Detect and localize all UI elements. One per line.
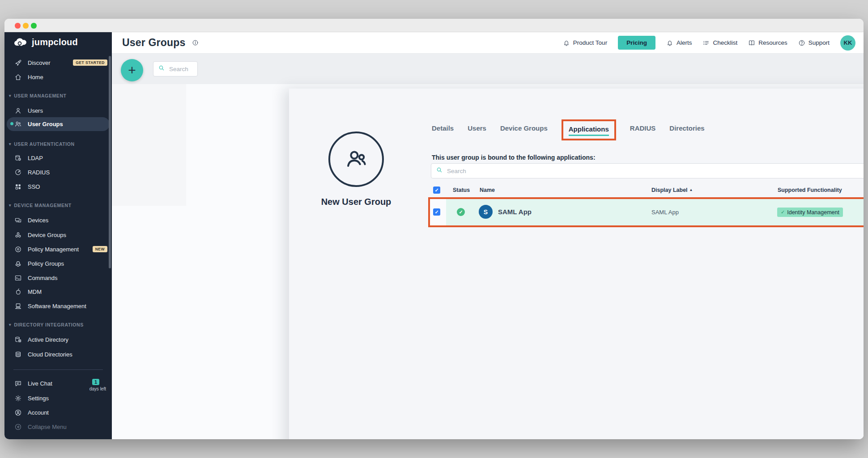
chevron-down-icon: ▾ [9,142,11,146]
trial-days-count: 1 [92,379,99,385]
user-groups-page: + Search ✕ New User Group [112,54,864,439]
badge-label: Identity Management [787,209,839,216]
sidebar-item-label: Active Directory [28,336,68,343]
column-header-name[interactable]: Name [480,187,495,193]
sidebar-item-policy-groups[interactable]: Policy Groups [14,258,107,269]
tab-details[interactable]: Details [432,124,454,135]
sidebar-item-cloud-directories[interactable]: Cloud Directories [14,348,107,360]
rocket-icon [14,59,22,67]
sidebar-scrollbar[interactable] [109,56,111,268]
info-icon[interactable] [192,39,199,46]
support-button[interactable]: Support [798,39,830,47]
sidebar-item-label: Account [28,409,49,416]
sidebar-item-settings[interactable]: Settings [14,392,107,404]
tab-directories[interactable]: Directories [669,124,704,135]
logo-text: jumpcloud [32,37,78,47]
sidebar-item-commands[interactable]: Commands [14,272,107,284]
sso-grid-icon [14,183,22,191]
column-header-display-label[interactable]: Display Label▲ [651,187,693,193]
sidebar-item-user-groups[interactable]: User Groups [14,118,107,130]
tab-radius[interactable]: RADIUS [630,124,656,135]
user-group-avatar [328,131,384,187]
group-list-search[interactable]: Search [153,61,198,76]
checklist-label: Checklist [713,39,737,46]
sidebar-item-label: SSO [28,183,40,190]
sidebar-divider [13,369,103,370]
chevron-down-icon: ▾ [9,203,11,208]
get-started-badge: GET STARTED [73,59,107,66]
sidebar-item-ldap[interactable]: LDAP [14,152,107,164]
tab-users[interactable]: Users [468,124,486,135]
sidebar-item-label: Policy Groups [28,260,64,267]
sidebar-item-label: Settings [28,395,49,402]
sidebar-item-sso[interactable]: SSO [14,181,107,192]
sidebar-section-user-authentication[interactable]: ▾ USER AUTHENTICATION [9,139,107,149]
sidebar-item-account[interactable]: Account [14,407,107,418]
sidebar-section-user-management[interactable]: ▾ USER MANAGEMENT [9,91,107,101]
software-laptop-icon [14,302,22,310]
user-avatar[interactable]: KK [840,35,855,51]
group-details-panel: ✕ New User Group Details Users Device Gr… [289,89,864,439]
sidebar-item-discover[interactable]: Discover GET STARTED [14,57,107,68]
sidebar-section-device-management[interactable]: ▾ DEVICE MANAGEMENT [9,200,107,210]
cloud-logo-icon [13,38,29,47]
row-checkbox[interactable]: ✓ [433,208,440,216]
column-header-status[interactable]: Status [453,187,470,193]
sidebar-item-mdm[interactable]: MDM [14,286,107,297]
jumpcloud-logo[interactable]: jumpcloud [13,37,78,47]
sidebar-item-label: Commands [28,275,57,281]
account-circle-icon [14,409,22,416]
user-group-icon [14,120,22,128]
resources-button[interactable]: Resources [748,39,787,47]
sidebar-item-collapse-menu[interactable]: Collapse Menu [14,421,107,433]
checklist-button[interactable]: Checklist [702,39,737,47]
select-all-checkbox[interactable]: ✓ [433,187,440,194]
book-icon [748,39,755,47]
alerts-label: Alerts [677,39,692,46]
search-input[interactable] [447,168,864,174]
sidebar-item-devices[interactable]: Devices [14,214,107,226]
section-title: DIRECTORY INTEGRATIONS [14,322,84,327]
section-title: DEVICE MANAGEMENT [14,203,72,208]
sidebar-item-label: Collapse Menu [28,424,67,430]
chevron-down-icon: ▾ [9,322,11,327]
minimize-window-button[interactable] [23,23,29,29]
product-tour-button[interactable]: Product Tour [563,39,607,47]
trial-days-badge: 1 [92,377,99,386]
sidebar-item-label: Live Chat [28,380,52,387]
sidebar-item-label: Discover [28,59,51,66]
sidebar-item-radius[interactable]: RADIUS [14,166,107,178]
collapse-arrow-icon [14,423,22,431]
sort-asc-icon: ▲ [689,188,693,192]
user-icon [14,107,22,114]
product-tour-label: Product Tour [573,39,607,46]
status-active-icon: ✓ [457,208,465,216]
column-header-functionality[interactable]: Supported Functionality [778,187,842,193]
app-name: SAML App [498,208,532,216]
sidebar-section-directory-integrations[interactable]: ▾ DIRECTORY INTEGRATIONS [9,320,107,330]
alerts-button[interactable]: Alerts [666,39,692,47]
applications-search[interactable] [431,163,864,178]
app-display-label: SAML App [651,209,679,216]
tab-applications[interactable]: Applications [562,119,616,140]
sidebar-item-label: RADIUS [28,169,50,176]
pricing-button[interactable]: Pricing [618,36,655,50]
sidebar-item-label: User Groups [28,121,63,127]
tab-device-groups[interactable]: Device Groups [500,124,548,135]
maximize-window-button[interactable] [31,23,37,29]
question-circle-icon [798,39,805,47]
sidebar-item-label: Cloud Directories [28,351,72,358]
sidebar-item-active-directory[interactable]: Active Directory [14,334,107,345]
desktop: jumpcloud Discover GET STARTED Home [0,0,868,458]
title-bar [4,19,864,32]
sidebar-item-users[interactable]: Users [14,105,107,116]
sidebar-item-software-management[interactable]: Software Management [14,300,107,312]
sidebar-item-device-groups[interactable]: Device Groups [14,229,107,241]
sidebar-item-policy-management[interactable]: Policy Management NEW [14,243,107,255]
sidebar-item-home[interactable]: Home [14,71,107,83]
sidebar-item-label: Home [28,74,43,81]
radius-dial-icon [14,169,22,176]
add-user-group-button[interactable]: + [121,59,143,81]
sidebar-item-label: MDM [28,288,42,295]
close-window-button[interactable] [15,23,21,29]
